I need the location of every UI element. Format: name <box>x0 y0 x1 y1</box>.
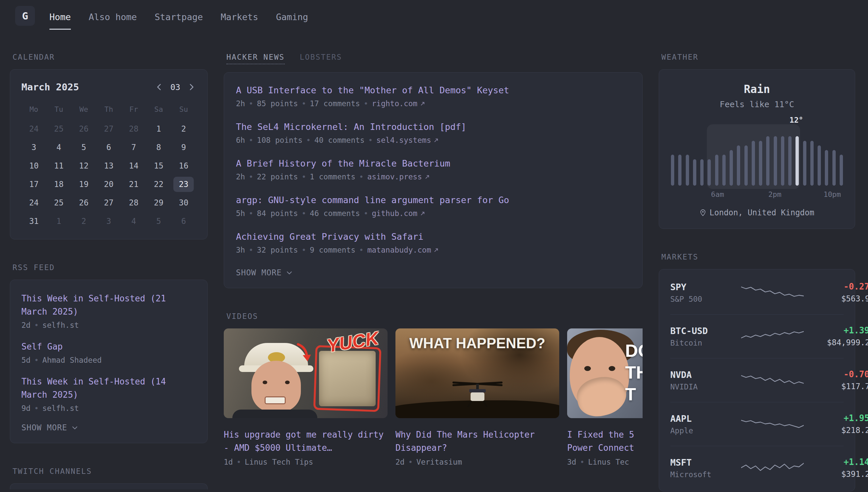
market-change: +1.95% <box>804 413 868 423</box>
news-item-points: 22 points <box>257 172 298 181</box>
market-identity: SPYS&P 500 <box>670 282 741 303</box>
news-item-domain[interactable]: matanabudy.com <box>367 246 439 254</box>
calendar-card: March 2025 03 MoTuWeThFrSaSu242526272812… <box>10 69 208 239</box>
news-item-title[interactable]: A USB Interface to the "Mother of All De… <box>236 85 630 95</box>
calendar-day: 26 <box>71 195 96 211</box>
market-change: -0.70% <box>804 369 868 379</box>
market-row-spy[interactable]: SPYS&P 500-0.27%$563.98 <box>670 271 844 314</box>
calendar-day: 24 <box>21 121 47 137</box>
weather-hour-bar <box>781 136 784 186</box>
video-title[interactable]: His upgrade got me really dirty - AMD $5… <box>224 428 388 454</box>
sparkline-chart <box>741 325 804 347</box>
calendar-day-number: 9 <box>173 140 194 155</box>
video-title[interactable]: I Fixed the 5 Power Connect <box>567 428 642 454</box>
calendar-day: 13 <box>96 158 121 174</box>
chevron-down-icon <box>71 424 78 431</box>
market-values: -0.27%$563.98 <box>804 281 868 303</box>
market-row-aapl[interactable]: AAPLApple+1.95%$218.27 <box>670 402 844 446</box>
meta-separator-icon: • <box>408 458 413 466</box>
thumb-eye <box>609 366 615 371</box>
video-age: 1d <box>224 458 233 466</box>
rss-show-more-button[interactable]: SHOW MORE <box>21 423 78 432</box>
news-item-title[interactable]: The SeL4 Microkernel: An Introduction [p… <box>236 122 630 132</box>
calendar-day-number: 28 <box>124 195 144 211</box>
meta-separator-icon: • <box>368 136 373 144</box>
calendar-grid: MoTuWeThFrSaSu24252627281234567891011121… <box>21 101 196 229</box>
weather-hour-bar <box>744 145 748 186</box>
weather-hour-bar <box>671 155 674 186</box>
video-thumbnail[interactable]: YUCK <box>224 328 388 418</box>
market-row-nvda[interactable]: NVDANVIDIA-0.70%$117.70 <box>670 358 844 402</box>
calendar-day: 15 <box>146 158 172 174</box>
calendar-day-number: 25 <box>49 121 69 137</box>
column-right: WEATHER Rain Feels like 11°C 12° 6am2pm1… <box>659 53 855 491</box>
video-meta: 2d•Veritasium <box>395 458 559 466</box>
thumb-helicopter <box>449 378 505 408</box>
external-link-icon <box>424 174 430 180</box>
nav-tab-home[interactable]: Home <box>49 12 71 30</box>
news-item-domain[interactable]: sel4.systems <box>376 136 439 144</box>
news-item-domain[interactable]: righto.com <box>372 99 425 108</box>
app-logo[interactable]: G <box>15 6 35 26</box>
calendar-day-number: 6 <box>99 140 119 155</box>
market-ticker: BTC-USD <box>670 326 741 336</box>
video-title[interactable]: Why Did The Mars Helicopter Disappear? <box>395 428 559 454</box>
nav-tab-also-home[interactable]: Also home <box>89 12 137 30</box>
video-channel: Veritasium <box>417 458 462 466</box>
news-card: A USB Interface to the "Mother of All De… <box>224 72 642 288</box>
external-link-icon <box>420 211 425 216</box>
nav-tab-startpage[interactable]: Startpage <box>155 12 203 30</box>
meta-separator-icon: • <box>301 246 306 254</box>
market-name: Bitcoin <box>670 339 741 347</box>
rss-item-title[interactable]: This Week in Self-Hosted (21 March 2025) <box>21 292 196 318</box>
news-item-domain[interactable]: asimov.press <box>367 172 430 181</box>
videos-row: YUCKHis upgrade got me really dirty - AM… <box>224 328 642 466</box>
calendar-day: 22 <box>146 176 172 192</box>
nav-tab-markets[interactable]: Markets <box>221 12 258 30</box>
thumb-arrow-icon <box>294 342 314 363</box>
markets-card: SPYS&P 500-0.27%$563.98BTC-USDBitcoin+1.… <box>659 269 855 491</box>
news-tab-hacker-news[interactable]: HACKER NEWS <box>227 53 285 64</box>
calendar-day-number: 26 <box>74 195 94 211</box>
thumb-overlay-text: DO TH T <box>625 340 642 405</box>
calendar-day: 6 <box>96 140 121 155</box>
news-show-more-button[interactable]: SHOW MORE <box>236 268 293 277</box>
weather-condition: Rain <box>671 83 843 96</box>
market-row-msft[interactable]: MSFTMicrosoft+1.14%$391.26 <box>670 446 844 490</box>
market-values: +1.14%$391.26 <box>804 457 868 479</box>
weather-hour-bar <box>686 155 689 186</box>
rss-item-title[interactable]: This Week in Self-Hosted (14 March 2025) <box>21 375 196 401</box>
news-item-domain[interactable]: github.com <box>372 209 425 218</box>
calendar-widget: CALENDAR March 2025 03 MoTuWeThFrSaSu242… <box>10 53 208 239</box>
meta-separator-icon: • <box>237 458 241 466</box>
weather-hour-bar <box>833 150 836 186</box>
market-change: +1.14% <box>804 457 868 467</box>
market-row-btc-usd[interactable]: BTC-USDBitcoin+1.39%$84,999.29 <box>670 314 844 358</box>
news-item-title[interactable]: A Brief History of the Miracle Bacterium <box>236 158 630 169</box>
calendar-day: 18 <box>47 176 72 192</box>
calendar-weekday: Sa <box>146 101 172 117</box>
news-item: A USB Interface to the "Mother of All De… <box>236 85 630 108</box>
weather-section-title: WEATHER <box>661 53 855 62</box>
news-tabs: HACKER NEWSLOBSTERS <box>227 53 642 64</box>
sparkline-chart <box>741 369 804 391</box>
column-middle: HACKER NEWSLOBSTERS A USB Interface to t… <box>224 53 642 466</box>
weather-time-axis: 6am2pm10pm <box>671 190 843 199</box>
news-item-title[interactable]: argp: GNU-style command line argument pa… <box>236 195 630 205</box>
news-tab-lobsters[interactable]: LOBSTERS <box>300 53 342 64</box>
market-name: S&P 500 <box>670 295 741 303</box>
news-item-title[interactable]: Achieving Great Privacy with Safari <box>236 231 630 242</box>
news-item-points: 85 points <box>257 99 298 108</box>
calendar-weekday: Th <box>96 101 121 117</box>
nav-tab-gaming[interactable]: Gaming <box>276 12 308 30</box>
calendar-day-number: 14 <box>124 158 144 173</box>
thumb-dusty-filter <box>319 351 376 406</box>
market-ticker: SPY <box>670 282 741 292</box>
rss-item: This Week in Self-Hosted (21 March 2025)… <box>21 292 196 329</box>
video-thumbnail[interactable]: WHAT HAPPENED? <box>395 328 559 418</box>
meta-separator-icon: • <box>34 356 39 364</box>
video-thumbnail[interactable]: DO TH T <box>567 328 642 418</box>
calendar-next-button[interactable] <box>187 82 196 92</box>
rss-item-title[interactable]: Self Gap <box>21 340 196 353</box>
calendar-prev-button[interactable] <box>155 82 164 92</box>
